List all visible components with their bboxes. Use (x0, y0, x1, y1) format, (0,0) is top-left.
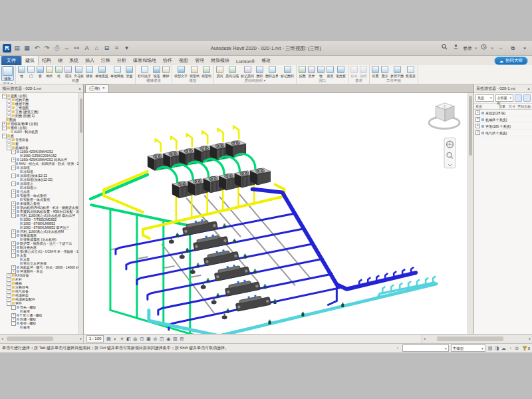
temporary-hide-isolate-icon[interactable]: ◫ (158, 336, 165, 342)
ribbon-button-模型线[interactable]: 模型线 (189, 66, 200, 78)
ribbon-tab-Lumion®[interactable]: Lumion® (233, 58, 258, 65)
save-icon[interactable]: ▦ (23, 44, 31, 53)
ribbon-button-面积边界[interactable]: 面积边界 (265, 66, 279, 78)
system-browser-close-icon[interactable]: × (527, 86, 530, 91)
ribbon-button-楼板[interactable]: 楼板 (85, 66, 94, 78)
collapse-icon[interactable]: − (11, 182, 16, 186)
ribbon-tab-注释[interactable]: 注释 (98, 56, 114, 65)
ribbon-button-房间[interactable]: 房间 (215, 66, 224, 78)
ribbon-button-按面[interactable]: 按面 (298, 66, 307, 78)
autofit-columns-button[interactable] (515, 94, 522, 102)
ribbon-button-修改[interactable]: 修改 (1, 66, 14, 81)
ribbon-button-门[interactable]: 门 (27, 66, 35, 78)
temporary-view-properties-icon[interactable]: ▥ (172, 336, 178, 342)
signin-caret[interactable]: ▾ (475, 46, 477, 51)
file-tab[interactable]: 文件 (1, 56, 21, 65)
editing-requests-icon[interactable]: ◨ (494, 345, 500, 351)
section-icon[interactable]: ⊟ (102, 44, 111, 53)
ribbon-button-参照平面[interactable]: 参照平面 (390, 66, 404, 78)
view-tab-close-icon[interactable]: × (102, 86, 105, 92)
revit-logo-icon[interactable]: R (3, 44, 11, 53)
visual-style-icon[interactable]: ◐ (112, 336, 118, 342)
sun-path-icon[interactable]: ☀ (118, 336, 125, 342)
collapse-icon[interactable]: − (11, 321, 16, 326)
unlock-3d-view-icon[interactable]: ⊘ (152, 336, 158, 342)
collaboration-plugin-button[interactable]: ☁ 协同大师 (494, 57, 529, 65)
selection-filter[interactable]: 0 (522, 346, 530, 351)
ribbon-button-坡道[interactable]: 坡道 (152, 66, 161, 78)
ribbon-button-竖井[interactable]: 竖井 (307, 66, 316, 78)
ribbon-button-设置[interactable]: 设置 (371, 66, 380, 78)
collapse-icon[interactable]: − (11, 174, 16, 178)
signin-label[interactable]: 登录 (463, 45, 472, 52)
ribbon-button-屋顶[interactable]: 屋顶 (64, 66, 72, 78)
view-tab-3d[interactable]: {三维} × (85, 84, 109, 92)
search-icon[interactable] (440, 44, 449, 53)
canvas-hscrollbar[interactable]: ◂▸ (422, 334, 532, 343)
ribbon-button-栏杆扶手[interactable]: 栏杆扶手 (137, 66, 152, 78)
customize-qat-icon[interactable]: ▾ (122, 44, 131, 53)
ribbon-button-竖梃[interactable]: 竖梃 (125, 66, 134, 78)
collapse-icon[interactable]: − (11, 253, 16, 258)
collapse-icon[interactable]: − (2, 134, 7, 138)
collapse-icon[interactable]: − (11, 305, 16, 310)
collapse-icon[interactable]: − (2, 126, 7, 130)
detail-level-icon[interactable]: ▤ (105, 336, 112, 342)
tree-item[interactable]: 标准 (0, 325, 83, 329)
design-option-select[interactable]: 主模型▾ (451, 344, 485, 352)
aligned-dimension-icon[interactable]: ↦ (72, 44, 81, 53)
render-icon[interactable]: ◍ (132, 336, 138, 342)
discipline-filter-select[interactable]: 全部规程▾ (495, 94, 514, 102)
expand-icon[interactable]: + (475, 110, 480, 115)
worksharing-display-icon[interactable]: ▧ (487, 345, 493, 351)
scale-button[interactable]: 1 : 100 (86, 335, 104, 342)
viewcube[interactable]: 上 (429, 103, 460, 129)
system-browser-row[interactable]: +机械(8 个系统) (474, 116, 532, 123)
cloud-status-icon[interactable]: ☁ (501, 345, 507, 351)
ribbon-button-老虎窗[interactable]: 老虎窗 (335, 66, 346, 78)
ribbon-button-垂直[interactable]: 垂直 (326, 66, 334, 78)
user-icon[interactable] (452, 44, 460, 53)
ribbon-button-楼梯[interactable]: 楼梯 (162, 66, 170, 78)
background-processes-icon[interactable]: ◔ (507, 345, 513, 351)
ribbon-button-轴网[interactable]: 轴网 (359, 66, 368, 78)
show-constraints-icon[interactable]: ⊞ (178, 336, 185, 342)
ribbon-button-面积[interactable]: 面积 (255, 66, 264, 78)
collapse-icon[interactable]: − (11, 233, 16, 238)
restore-button[interactable]: ⧉ (508, 45, 517, 53)
system-browser-row[interactable]: +管道(180 个系统) (474, 123, 532, 130)
ribbon-button-墙[interactable]: 墙 (17, 66, 26, 78)
workset-select[interactable]: ▾ (402, 344, 449, 352)
collapse-icon[interactable]: − (7, 301, 11, 306)
crop-view-icon[interactable]: ⊡ (138, 336, 145, 342)
ribbon-button-标记房间[interactable]: 标记房间 (240, 66, 255, 78)
system-browser-row[interactable]: +电气(8 个系统) (474, 130, 532, 136)
ribbon-tab-结构[interactable]: 结构 (39, 56, 55, 65)
exclude-options-icon[interactable]: ⊘ (514, 345, 520, 351)
ribbon-button-模型文字[interactable]: 模型文字 (174, 66, 188, 78)
ribbon-tab-插入[interactable]: 插入 (82, 56, 98, 65)
close-button[interactable]: × (520, 45, 529, 53)
project-browser-vscrollbar[interactable] (78, 93, 83, 334)
collapse-icon[interactable]: − (11, 150, 16, 154)
minimize-button[interactable]: – (496, 45, 505, 53)
ribbon-button-标高[interactable]: 标高 (350, 66, 358, 78)
ribbon-tab-协作[interactable]: 协作 (160, 56, 176, 65)
drawing-area[interactable]: 上 (84, 93, 473, 334)
help-caret[interactable]: ▾ (491, 46, 493, 51)
collapse-icon[interactable]: − (11, 166, 16, 170)
ribbon-button-构件[interactable]: 构件 (45, 66, 54, 78)
ribbon-button-窗[interactable]: 窗 (36, 66, 45, 78)
chiller-units[interactable] (182, 217, 271, 311)
expand-icon[interactable]: + (475, 124, 480, 128)
system-filter-select[interactable]: 系统▾ (475, 94, 494, 102)
communication-center-icon[interactable] (479, 44, 488, 53)
ribbon-tab-钢[interactable]: 钢 (55, 56, 66, 65)
expand-icon[interactable]: + (475, 117, 480, 122)
ribbon-tab-视图[interactable]: 视图 (176, 56, 192, 65)
expand-icon[interactable]: + (475, 130, 480, 135)
open-file-icon[interactable]: ▤ (13, 44, 21, 53)
column-settings-button[interactable] (523, 94, 531, 102)
ribbon-button-柱[interactable]: 柱 (55, 66, 63, 78)
ribbon-button-标记面积[interactable]: 标记面积 (280, 66, 295, 78)
